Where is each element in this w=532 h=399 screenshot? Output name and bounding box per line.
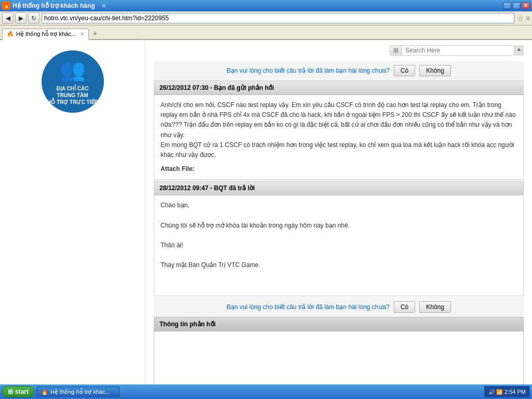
minimize-button[interactable]: _ bbox=[503, 2, 511, 9]
start-label: start bbox=[15, 388, 29, 389]
message-2-body: Chào bạn, Chúng tôi sẽ hỗ trợ mở khóa tà… bbox=[154, 195, 523, 296]
system-tray-icons: 🔊 📶 bbox=[488, 389, 502, 390]
left-sidebar: 👥 ĐỊA CHỈ CÁC TRUNG TÂM HỖ TRỢ TRỰC TIẾP bbox=[0, 40, 145, 389]
settings-icon[interactable]: ≡ bbox=[526, 14, 530, 22]
feedback-section-header: Thông tin phản hồi bbox=[154, 317, 524, 331]
scroll-up-button[interactable]: ▲ bbox=[514, 45, 524, 56]
taskbar-item-1[interactable]: 🔥 Hệ thống hỗ trợ khác... bbox=[36, 387, 119, 389]
search-icon-button[interactable]: ⊞ bbox=[390, 46, 402, 55]
app-icon: 🔥 bbox=[2, 2, 10, 10]
attach-label: Attach File: bbox=[161, 164, 517, 174]
vtc-logo-text: ĐỊA CHỈ CÁC TRUNG TÂM HỖ TRỢ TRỰC TIẾP bbox=[47, 85, 99, 105]
taskbar: ⊞ start 🔥 Hệ thống hỗ trợ khác... 🔊 📶 2:… bbox=[0, 384, 532, 389]
forward-button[interactable]: ▶ bbox=[15, 12, 26, 24]
taskbar-item-label: Hệ thống hỗ trợ khác... bbox=[50, 389, 110, 390]
message-2-line3: Thân ái! bbox=[161, 241, 517, 250]
message-2-line4: Thay mặt Ban Quản Trị VTC Game. bbox=[161, 260, 517, 270]
maximize-button[interactable]: □ bbox=[512, 2, 521, 9]
bookmark-icon[interactable]: ☆ bbox=[516, 14, 524, 23]
address-input[interactable] bbox=[42, 13, 514, 23]
taskbar-right: 🔊 📶 2:54 PM bbox=[484, 386, 530, 389]
tab-close-button[interactable]: ✕ bbox=[80, 31, 84, 37]
window-title: Hệ thống hỗ trợ khách hàng bbox=[12, 2, 95, 9]
clock: 2:54 PM bbox=[504, 389, 526, 389]
message-2-header: 28/12/2012 09:47 - BQT đã trả lời bbox=[154, 181, 523, 195]
windows-logo: ⊞ bbox=[8, 388, 13, 389]
message-1-header: 26/12/2012 07:30 - Bạn đã gửi phản hồi bbox=[154, 81, 523, 95]
new-tab-button[interactable]: + bbox=[90, 28, 100, 39]
message-2-line2: Chúng tôi sẽ hỗ trợ mở khóa tài khoản tr… bbox=[161, 221, 517, 231]
start-button[interactable]: ⊞ start bbox=[2, 386, 34, 389]
message-block-1: 26/12/2012 07:30 - Bạn đã gửi phản hồi A… bbox=[154, 81, 524, 180]
title-bar: 🔥 Hệ thống hỗ trợ khách hàng ✕ _ □ ✕ bbox=[0, 0, 532, 11]
satisfaction-question-bottom: Bạn vui lòng cho biết câu trả lời đã làm… bbox=[227, 303, 390, 311]
satisfaction-yes-bottom[interactable]: Có bbox=[394, 301, 415, 313]
satisfaction-no-bottom[interactable]: Không bbox=[419, 301, 451, 313]
tab-label: Hệ thống hỗ trợ khác... bbox=[16, 31, 76, 37]
browser-toolbar: ◀ ▶ ↻ ☆ ≡ bbox=[0, 11, 532, 25]
message-1-body: Anh/chị cho em hỏi, CSCF nào test replay… bbox=[154, 95, 523, 179]
refresh-button[interactable]: ↻ bbox=[28, 12, 39, 24]
search-container: ⊞ bbox=[390, 45, 514, 56]
feedback-textarea[interactable] bbox=[154, 331, 523, 389]
satisfaction-yes-top[interactable]: Có bbox=[394, 65, 415, 76]
close-button[interactable]: ✕ bbox=[522, 2, 530, 9]
search-input[interactable] bbox=[402, 46, 514, 55]
search-bar-row: ⊞ ▲ bbox=[154, 45, 524, 56]
feedback-textarea-container bbox=[154, 331, 524, 389]
taskbar-items: 🔥 Hệ thống hỗ trợ khác... bbox=[36, 387, 484, 389]
message-2-line1: Chào bạn, bbox=[161, 201, 517, 210]
back-button[interactable]: ◀ bbox=[2, 12, 14, 24]
vtc-logo[interactable]: 👥 ĐỊA CHỈ CÁC TRUNG TÂM HỖ TRỢ TRỰC TIẾP bbox=[42, 50, 104, 113]
active-tab[interactable]: 🔥 Hệ thống hỗ trợ khác... ✕ bbox=[2, 29, 89, 40]
message-block-2: 28/12/2012 09:47 - BQT đã trả lời Chào b… bbox=[154, 181, 524, 296]
tab-bar: 🔥 Hệ thống hỗ trợ khác... ✕ + bbox=[0, 25, 532, 40]
message-1-text: Anh/chị cho em hỏi, CSCF nào test replay… bbox=[161, 100, 517, 160]
satisfaction-row-top: Bạn vui lòng cho biết câu trả lời đã làm… bbox=[154, 61, 524, 81]
taskbar-item-icon: 🔥 bbox=[41, 389, 48, 390]
satisfaction-question-top: Bạn vui lòng cho biết câu trả lời đã làm… bbox=[227, 67, 390, 74]
vtc-logo-icon: 👥 bbox=[60, 58, 86, 82]
tab-favicon: 🔥 bbox=[7, 31, 14, 37]
satisfaction-row-bottom: Bạn vui lòng cho biết câu trả lời đã làm… bbox=[154, 297, 524, 317]
satisfaction-no-top[interactable]: Không bbox=[419, 65, 451, 76]
page-wrapper: 👥 ĐỊA CHỈ CÁC TRUNG TÂM HỖ TRỢ TRỰC TIẾP… bbox=[0, 40, 532, 389]
main-content: ⊞ ▲ Bạn vui lòng cho biết câu trả lời đã… bbox=[145, 40, 532, 389]
tab-close-x[interactable]: ✕ bbox=[101, 3, 106, 9]
